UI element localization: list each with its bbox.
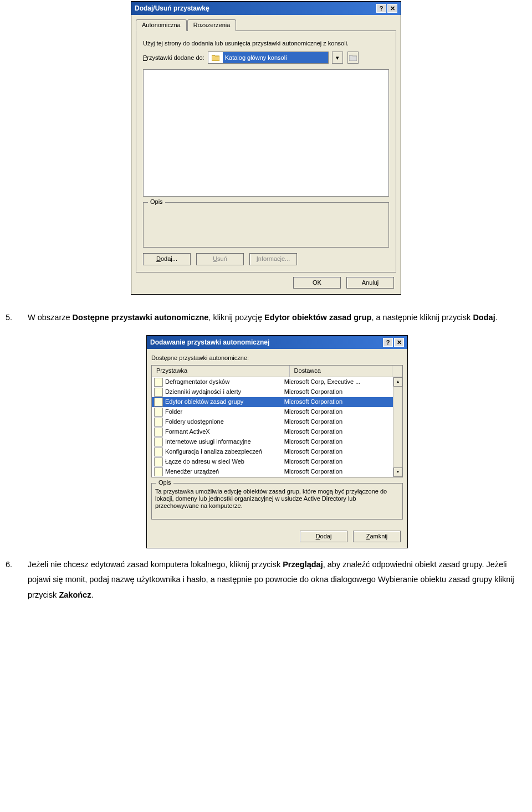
snapin-row-name: Dzienniki wydajności i alerty (154, 388, 284, 397)
snapin-row-vendor: Microsoft Corporation (284, 388, 391, 395)
snapins-added-to-value: Katalog główny konsoli (223, 52, 328, 63)
add-standalone-snapin-dialog: Dodawanie przystawki autonomicznej ? ✕ D… (146, 335, 408, 548)
snapin-item-icon (154, 388, 163, 397)
dialog2-desc-text: Ta przystawka umożliwia edycję obiektów … (155, 486, 399, 516)
help-icon[interactable]: ? (376, 4, 386, 13)
close-icon[interactable]: ✕ (394, 338, 404, 347)
snapin-item-icon (154, 428, 163, 436)
dialog1-desc-group-title: Opis (148, 198, 165, 205)
ok-button[interactable]: OK (293, 277, 341, 289)
snapin-row-name: Internetowe usługi informacyjne (154, 438, 284, 446)
snapin-row-vendor: Microsoft Corporation (284, 428, 391, 435)
dialog1-description-group: Opis (143, 202, 389, 248)
snapins-added-to-label: Przystawki dodane do: (143, 54, 204, 61)
added-snapins-listbox[interactable] (143, 69, 389, 197)
doc6-paragraph: Jeżeli nie chcesz edytować zasad kompute… (28, 557, 526, 603)
snapin-row[interactable]: FolderMicrosoft Corporation (152, 407, 393, 417)
dialog2-title: Dodawanie przystawki autonomicznej (150, 338, 269, 346)
snapin-row[interactable]: Foldery udostępnioneMicrosoft Corporatio… (152, 417, 393, 427)
snapin-row-vendor: Microsoft Corporation (284, 468, 391, 475)
snapin-item-icon (154, 408, 163, 417)
dialog2-titlebar: Dodawanie przystawki autonomicznej ? ✕ (147, 336, 407, 349)
snapin-row[interactable]: Formant ActiveXMicrosoft Corporation (152, 427, 393, 437)
snapin-row-vendor: Microsoft Corporation (284, 418, 391, 425)
doc5-number: 5. (6, 310, 28, 326)
vertical-scrollbar[interactable]: ▴ ▾ (393, 377, 402, 477)
dialog1-titlebar: Dodaj/Usuń przystawkę ? ✕ (131, 2, 401, 15)
snapin-row[interactable]: Dzienniki wydajności i alertyMicrosoft C… (152, 387, 393, 397)
snapin-row-name: Folder (154, 408, 284, 417)
remove-button[interactable]: Usuń (196, 253, 244, 265)
cancel-button[interactable]: Anuluj (346, 277, 394, 289)
snapin-row-name: Łącze do adresu w sieci Web (154, 458, 284, 466)
dialog1-intro: Użyj tej strony do dodania lub usunięcia… (143, 40, 389, 47)
snapin-row-vendor: Microsoft Corporation (284, 458, 391, 465)
snapin-row-vendor: Microsoft Corporation (284, 448, 391, 455)
dialog2-description-group: Opis Ta przystawka umożliwia edycję obie… (151, 483, 403, 520)
info-button[interactable]: Informacje... (249, 253, 297, 265)
tab-autonomous[interactable]: Autonomiczna (136, 19, 187, 31)
add-button[interactable]: Dodaj... (143, 253, 191, 265)
snapin-row-vendor: Microsoft Corporation (284, 398, 391, 405)
scroll-down-icon[interactable]: ▾ (393, 467, 402, 477)
snapin-row-name: Defragmentator dysków (154, 378, 284, 387)
snapin-item-icon (154, 448, 163, 456)
chevron-down-icon: ▾ (336, 54, 339, 61)
snapins-added-to-combobox[interactable]: Katalog główny konsoli (208, 52, 329, 64)
doc5-paragraph: W obszarze Dostępne przystawki autonomic… (28, 310, 526, 326)
folder-browse-button[interactable] (347, 52, 359, 64)
snapin-row-name: Menedżer urządzeń (154, 467, 284, 476)
combobox-dropdown-button[interactable]: ▾ (332, 52, 343, 64)
add-remove-snapin-dialog: Dodaj/Usuń przystawkę ? ✕ Autonomiczna R… (131, 1, 401, 295)
snapin-row[interactable]: Edytor obiektów zasad grupyMicrosoft Cor… (152, 397, 393, 407)
snapin-row-vendor: Microsoft Corporation (284, 438, 391, 445)
scroll-up-icon[interactable]: ▴ (393, 377, 402, 387)
snapin-item-icon (154, 418, 163, 426)
snapin-row[interactable]: Konfiguracja i analiza zabezpieczeńMicro… (152, 447, 393, 457)
tab-extensions[interactable]: Rozszerzenia (187, 19, 237, 31)
help-icon[interactable]: ? (383, 338, 393, 347)
doc6-number: 6. (6, 557, 28, 603)
snapin-row[interactable]: Łącze do adresu w sieci WebMicrosoft Cor… (152, 457, 393, 467)
snapin-row[interactable]: Defragmentator dyskówMicrosoft Corp, Exe… (152, 377, 393, 387)
snapin-row-vendor: Microsoft Corporation (284, 408, 391, 415)
snapin-row-vendor: Microsoft Corp, Executive ... (284, 378, 391, 386)
add-snapin-button[interactable]: Dodaj (300, 531, 347, 542)
folder-icon (211, 53, 221, 63)
dialog1-desc-text (147, 205, 385, 244)
dialog1-title: Dodaj/Usuń przystawkę (135, 4, 209, 12)
snapin-row[interactable]: Internetowe usługi informacyjneMicrosoft… (152, 437, 393, 447)
snapin-row-name: Foldery udostępnione (154, 418, 284, 426)
doc-step-5: 5. W obszarze Dostępne przystawki autono… (0, 307, 532, 336)
snapin-item-icon (154, 398, 163, 407)
col-header-name[interactable]: Przystawka (152, 366, 290, 376)
snapin-item-icon (154, 438, 163, 446)
available-snapins-label: Dostępne przystawki autonomiczne: (151, 354, 403, 362)
col-header-vendor[interactable]: Dostawca (290, 366, 392, 376)
snapin-row-name: Edytor obiektów zasad grupy (154, 398, 284, 407)
snapin-row-name: Formant ActiveX (154, 428, 284, 436)
snapin-item-icon (154, 458, 163, 466)
snapin-item-icon (154, 467, 163, 476)
snapin-row-name: Konfiguracja i analiza zabezpieczeń (154, 448, 284, 456)
snapin-item-icon (154, 378, 163, 387)
close-button[interactable]: Zamknij (353, 531, 401, 542)
snapin-rows-container: Defragmentator dyskówMicrosoft Corp, Exe… (152, 377, 393, 477)
doc-step-6: 6. Jeżeli nie chcesz edytować zasad komp… (0, 554, 532, 613)
snapin-row[interactable]: Menedżer urządzeńMicrosoft Corporation (152, 467, 393, 477)
dialog2-desc-group-title: Opis (156, 479, 173, 486)
available-snapins-table: Przystawka Dostawca Defragmentator dyskó… (151, 365, 403, 477)
close-icon[interactable]: ✕ (387, 4, 397, 13)
